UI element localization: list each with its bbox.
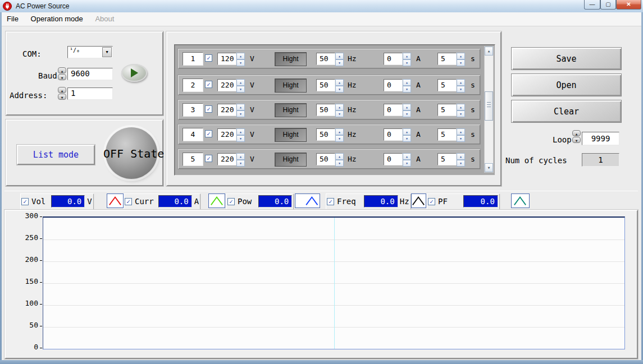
row-index[interactable]: 2 [183,79,203,92]
voltage-input[interactable]: 220 [217,128,236,141]
freq-input[interactable]: 50 [316,153,335,165]
range-button[interactable]: Hight [275,128,307,142]
duration-input[interactable]: 5 [437,79,457,91]
row-enable-checkbox[interactable]: ✓ [205,130,212,137]
dropdown-arrow-icon[interactable]: ▼ [102,47,112,57]
duration-spinner[interactable]: ▲▼ [457,79,465,91]
pow-checkbox[interactable]: ✓ [227,198,235,205]
freq-input[interactable]: 50 [316,53,335,65]
voltage-spinner[interactable]: ▲▼ [236,153,245,165]
row-enable-checkbox[interactable]: ✓ [205,54,212,62]
y-axis-tick-label: 150 [16,277,38,285]
pow-waveform-icon[interactable] [295,193,320,208]
menu-file[interactable]: File [2,12,24,26]
row-index[interactable]: 4 [183,128,203,141]
spinner-down-icon[interactable]: ▼ [58,74,66,80]
spinner-up-icon[interactable]: ▲ [58,87,66,93]
spinner-down-icon[interactable]: ▼ [58,94,66,100]
row-index[interactable]: 5 [183,153,203,166]
scroll-down-icon[interactable]: ▼ [485,163,493,172]
maximize-button[interactable]: ▢ [600,0,616,10]
spinner-down-icon[interactable]: ▼ [572,137,581,143]
duration-spinner[interactable]: ▲▼ [457,128,465,141]
spinner-up-icon[interactable]: ▲ [572,130,581,136]
freq-spinner[interactable]: ▲▼ [335,153,344,165]
current-spinner[interactable]: ▲▼ [403,53,411,65]
freq-input[interactable]: 50 [316,79,335,91]
vol-checkbox[interactable]: ✓ [21,198,29,205]
window-border-left [0,0,2,364]
row-index[interactable]: 3 [183,103,203,117]
freq-spinner[interactable]: ▲▼ [335,104,344,116]
curr-waveform-icon[interactable] [208,193,225,208]
range-button[interactable]: Hight [275,153,307,167]
current-input[interactable]: 0 [384,128,403,141]
duration-input[interactable]: 5 [437,128,457,141]
scrollbar-thumb[interactable] [485,91,493,121]
loop-input[interactable]: 9999 [582,132,619,145]
address-spinner[interactable]: ▲▼ [58,87,66,100]
freq-input[interactable]: 50 [316,104,335,116]
list-scrollbar[interactable]: ▲ ▼ [484,46,494,173]
freq-input[interactable]: 50 [316,128,335,141]
voltage-spinner[interactable]: ▲▼ [236,128,245,141]
duration-spinner[interactable]: ▲▼ [457,53,465,65]
pf-waveform-icon[interactable] [511,193,530,208]
y-axis-tick-label: 0 [16,343,38,351]
voltage-input[interactable]: 220 [217,79,236,91]
voltage-input[interactable]: 220 [217,153,236,165]
plot-area[interactable] [43,216,625,349]
list-mode-button[interactable]: List mode [17,145,95,165]
current-input[interactable]: 0 [384,104,403,116]
vol-waveform-icon[interactable] [107,193,124,208]
baud-spinner[interactable]: ▲▼ [58,67,66,80]
row-enable-checkbox[interactable]: ✓ [205,105,212,113]
save-button[interactable]: Save [511,47,622,70]
current-spinner[interactable]: ▲▼ [403,153,411,165]
address-input[interactable]: 1 [67,87,113,100]
open-button[interactable]: Open [511,73,622,96]
duration-spinner[interactable]: ▲▼ [457,104,465,116]
close-button[interactable]: ✕ [616,0,641,10]
row-enable-checkbox[interactable]: ✓ [205,155,212,162]
current-spinner[interactable]: ▲▼ [403,128,411,141]
duration-input[interactable]: 5 [437,53,457,65]
range-button[interactable]: Hight [275,103,307,117]
row-enable-checkbox[interactable]: ✓ [205,81,212,88]
voltage-input[interactable]: 120 [217,53,236,65]
freq-spinner[interactable]: ▲▼ [335,53,344,65]
minimize-button[interactable]: — [584,0,600,10]
baud-input[interactable]: 9600 [67,68,113,80]
freq-spinner[interactable]: ▲▼ [335,128,344,141]
freq-spinner[interactable]: ▲▼ [335,79,344,91]
duration-input[interactable]: 5 [437,153,457,165]
freq-waveform-icon[interactable] [411,193,426,208]
voltage-spinner[interactable]: ▲▼ [236,104,245,116]
pf-checkbox[interactable]: ✓ [428,198,435,205]
scroll-up-icon[interactable]: ▲ [485,47,493,56]
row-index[interactable]: 1 [183,52,203,66]
current-input[interactable]: 0 [384,79,403,91]
connect-button[interactable] [121,64,147,82]
curr-checkbox[interactable]: ✓ [125,198,132,205]
voltage-unit: V [250,81,254,89]
com-combobox[interactable]: ¹/₀ ▼ [67,46,113,58]
loop-spinner[interactable]: ▲▼ [572,130,581,143]
current-spinner[interactable]: ▲▼ [403,79,411,91]
freq-label: Freq [337,197,356,206]
range-button[interactable]: Hight [275,79,307,93]
voltage-spinner[interactable]: ▲▼ [236,53,245,65]
current-input[interactable]: 0 [384,153,403,165]
clear-button[interactable]: Clear [511,100,622,123]
voltage-spinner[interactable]: ▲▼ [236,79,245,91]
menu-operation-mode[interactable]: Operation mode [26,12,88,26]
duration-spinner[interactable]: ▲▼ [457,153,465,165]
freq-checkbox[interactable]: ✓ [327,198,334,205]
voltage-input[interactable]: 220 [217,104,236,116]
range-button[interactable]: Hight [275,52,307,66]
duration-input[interactable]: 5 [437,104,457,116]
chart-cursor-line[interactable] [334,218,335,349]
spinner-up-icon[interactable]: ▲ [58,67,66,73]
current-spinner[interactable]: ▲▼ [403,104,411,116]
current-input[interactable]: 0 [384,53,403,65]
